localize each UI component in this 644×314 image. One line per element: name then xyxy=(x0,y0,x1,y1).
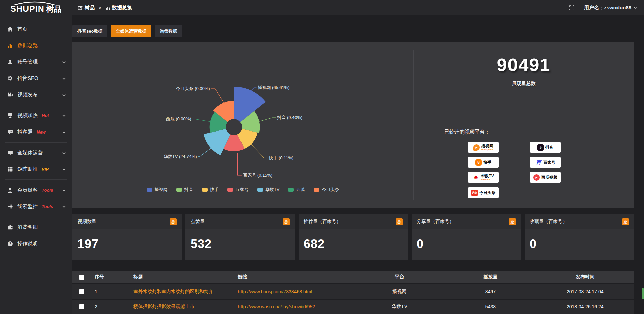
stat-card-value: 682 xyxy=(299,229,408,260)
total-badge[interactable]: 总 xyxy=(283,218,290,225)
sidebar-item-heat[interactable]: 视频加热Hot xyxy=(0,107,72,124)
main-content: 抖音seo数据全媒体运营数据询盘数据 播视网 (65.61%)抖音 (9.40%… xyxy=(72,15,644,314)
sidebar-item-gear[interactable]: 抖音SEO xyxy=(0,70,72,87)
sidebar-item-badge: VIP xyxy=(42,167,49,172)
slice-label-6: 今日头条 (0.00%) xyxy=(176,86,210,91)
sidebar-item-label: 操作说明 xyxy=(17,241,38,247)
video-table: 序号标题链接平台播放量发布时间1室外水纹灯和室内水纹灯的区别和简介http://… xyxy=(72,270,634,314)
platform-badge-kuaishou: 8快手 xyxy=(468,157,499,168)
summary-panel: 90491 展现量总数 已统计的视频平台： ▶播视网boosj.com8快手✸华… xyxy=(414,42,634,208)
sidebar-item-chat[interactable]: 抖客通New xyxy=(0,124,72,140)
legend-chip xyxy=(176,188,182,192)
tab-2[interactable]: 询盘数据 xyxy=(155,25,182,37)
sidebar-item-member[interactable]: 会员爆客Tools xyxy=(0,182,72,198)
total-impressions-label: 展现量总数 xyxy=(414,81,634,87)
stat-card-header: 收藏量（百家号）总 xyxy=(525,214,634,229)
cell-title[interactable]: 楼体投影灯投影效果震撼上市 xyxy=(130,300,234,314)
platform-badge-xigua: ▶西瓜视频 xyxy=(530,172,561,183)
stat-card-header: 分享量（百家号）总 xyxy=(412,214,521,229)
platform-subtext: wasu.cn xyxy=(481,178,490,181)
cell-link[interactable]: http://www.boosj.com/7338468.html xyxy=(234,284,354,299)
select-all-checkbox[interactable] xyxy=(79,275,84,280)
row-checkbox[interactable] xyxy=(79,289,84,294)
stat-card-header: 视频数量总 xyxy=(72,214,182,229)
legend-label: 今日头条 xyxy=(322,187,339,193)
row-checkbox[interactable] xyxy=(79,304,84,309)
platform-badge-baijiahao: 百百家号 xyxy=(530,157,561,168)
legend-item-2[interactable]: 快手 xyxy=(202,187,219,193)
total-badge[interactable]: 总 xyxy=(170,218,177,225)
sidebar-item-filter[interactable]: 线索监控Tools xyxy=(0,198,72,215)
chart-legend: 播视网抖音快手百家号华数TV西瓜今日头条 xyxy=(72,187,413,193)
rose-chart-svg: 播视网 (65.61%)抖音 (9.40%)快手 (0.11%)百家号 (0.1… xyxy=(72,42,413,186)
row-select-cell xyxy=(72,300,91,314)
fullscreen-icon[interactable] xyxy=(569,5,575,11)
stat-card-title: 点赞量 xyxy=(191,219,205,225)
stat-card-header: 点赞量总 xyxy=(185,214,295,229)
sidebar-item-badge: Tools xyxy=(42,204,53,209)
sidebar-item-help[interactable]: ?操作说明 xyxy=(0,235,72,252)
platform-name: 今日头条 xyxy=(479,191,495,195)
total-badge[interactable]: 总 xyxy=(622,218,629,225)
summary-divider xyxy=(439,97,608,97)
platform-name: 抖音 xyxy=(545,145,553,150)
wallet-icon xyxy=(7,224,13,230)
sidebar-item-label: 线索监控 xyxy=(17,203,38,210)
sidebar-item-chart[interactable]: 数据总览 xyxy=(0,37,72,54)
sidebar-item-label: 抖客通 xyxy=(17,129,33,135)
table-header-row: 序号标题链接平台播放量发布时间 xyxy=(72,271,634,283)
sidebar-item-badge: Hot xyxy=(42,113,49,118)
stat-card-value: 197 xyxy=(72,229,182,260)
total-badge[interactable]: 总 xyxy=(509,218,516,225)
platform-badges: ▶播视网boosj.com8快手✸华数TVwasu.cn头条今日头条♪抖音百百家… xyxy=(468,142,634,198)
legend-item-1[interactable]: 抖音 xyxy=(176,187,193,193)
total-badge[interactable]: 总 xyxy=(396,218,403,225)
sidebar-item-label: 矩阵助推 xyxy=(17,166,38,172)
legend-chip xyxy=(314,188,319,192)
username-menu[interactable]: 用户名：zswodun88 xyxy=(584,5,637,11)
app-logo[interactable]: SHUPIN树品 xyxy=(0,2,72,13)
legend-item-5[interactable]: 西瓜 xyxy=(288,187,305,193)
legend-item-0[interactable]: 播视网 xyxy=(147,187,168,193)
stat-card-1: 点赞量总532 xyxy=(185,214,295,260)
tab-0[interactable]: 抖音seo数据 xyxy=(72,25,107,37)
sidebar-item-grid[interactable]: 矩阵助推VIP xyxy=(0,161,72,177)
sidebar-item-label: 全媒体运营 xyxy=(17,150,43,156)
stat-cards-row: 视频数量总197点赞量总532推荐量（百家号）总682分享量（百家号）总0收藏量… xyxy=(72,214,634,260)
legend-item-3[interactable]: 百家号 xyxy=(227,187,249,193)
sidebar-item-user[interactable]: 账号管理 xyxy=(0,54,72,70)
platform-subtext: boosj.com xyxy=(481,148,493,151)
chevron-down-icon xyxy=(62,114,66,118)
sidebar-item-label: 账号管理 xyxy=(17,59,38,65)
breadcrumb-current: 数据总览 xyxy=(112,5,132,11)
sidebar-item-wallet[interactable]: 消费明细 xyxy=(0,219,72,235)
camera-icon xyxy=(7,92,13,98)
sidebar-item-badge: New xyxy=(37,129,46,135)
header-divider xyxy=(72,20,634,20)
rose-slice-4[interactable] xyxy=(204,129,230,155)
legend-item-6[interactable]: 今日头条 xyxy=(314,187,339,193)
logo-arc xyxy=(13,1,56,5)
sidebar: 首页数据总览账号管理抖音SEO视频发布视频加热Hot抖客通New全媒体运营矩阵助… xyxy=(0,15,72,314)
sidebar-item-label: 视频加热 xyxy=(17,112,38,119)
breadcrumb-root[interactable]: 树品 xyxy=(85,5,95,11)
legend-chip xyxy=(227,188,233,192)
sidebar-item-label: 会员爆客 xyxy=(17,187,38,193)
edit-square-icon xyxy=(78,5,83,10)
label-line-6 xyxy=(211,89,225,105)
scrollbar-thumb[interactable] xyxy=(642,288,644,299)
cell-link[interactable]: http://www.wasu.cn/Play/show/id/952... xyxy=(234,300,354,314)
breadcrumb-separator: > xyxy=(99,5,101,10)
cell-title[interactable]: 室外水纹灯和室内水纹灯的区别和简介 xyxy=(130,284,234,299)
sidebar-item-monitor[interactable]: 全媒体运营 xyxy=(0,145,72,161)
chevron-down-icon xyxy=(62,205,66,209)
stat-card-2: 推荐量（百家号）总682 xyxy=(299,214,408,260)
tab-1[interactable]: 全媒体运营数据 xyxy=(111,25,151,37)
monitor-icon xyxy=(7,150,13,156)
label-line-5 xyxy=(193,119,211,122)
sidebar-item-camera[interactable]: 视频发布 xyxy=(0,87,72,103)
xigua-logo: ▶ xyxy=(533,174,540,181)
chevron-down-icon xyxy=(62,76,66,81)
legend-item-4[interactable]: 华数TV xyxy=(257,187,280,193)
sidebar-item-home[interactable]: 首页 xyxy=(0,21,72,37)
